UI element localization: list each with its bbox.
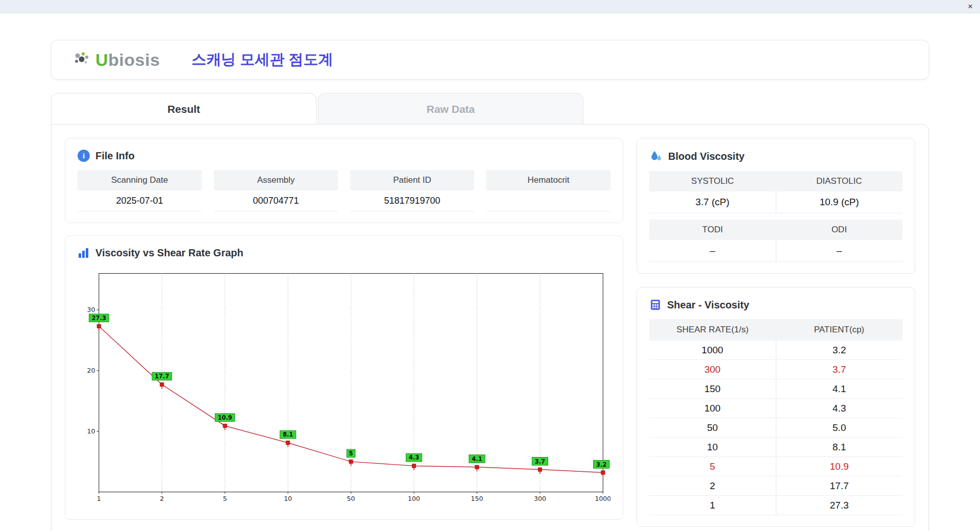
patient-value-cell: 27.3 bbox=[776, 496, 903, 515]
bv-label: TODI bbox=[649, 220, 776, 240]
shear-rate-column-header: SHEAR RATE(1/s) bbox=[649, 319, 776, 341]
shear-table-row: 5 10.9 bbox=[649, 457, 902, 476]
svg-text:2: 2 bbox=[160, 495, 164, 502]
patient-column-header: PATIENT(cp) bbox=[776, 319, 902, 341]
section-title: Viscosity vs Shear Rate Graph bbox=[95, 247, 243, 259]
bv-value-row: –– bbox=[649, 240, 902, 262]
info-icon: i bbox=[78, 150, 90, 162]
shear-viscosity-header: Shear - Viscosity bbox=[649, 299, 902, 311]
shear-table-row: 300 3.7 bbox=[649, 360, 902, 379]
svg-text:10: 10 bbox=[87, 427, 95, 435]
file-info-field: Hematocrit bbox=[486, 170, 610, 211]
svg-text:3.7: 3.7 bbox=[535, 458, 545, 465]
shear-rate-cell: 5 bbox=[649, 457, 776, 476]
section-title: Blood Viscosity bbox=[668, 151, 745, 162]
blood-viscosity-header: Blood Viscosity bbox=[649, 150, 902, 163]
svg-text:3.2: 3.2 bbox=[596, 461, 606, 468]
bar-chart-icon bbox=[78, 248, 90, 259]
svg-text:17.7: 17.7 bbox=[155, 373, 169, 380]
patient-value-cell: 17.7 bbox=[776, 476, 903, 495]
bv-label: ODI bbox=[776, 220, 902, 240]
shear-table-row: 100 4.3 bbox=[649, 399, 902, 418]
svg-text:100: 100 bbox=[408, 495, 420, 502]
bv-label: DIASTOLIC bbox=[776, 171, 902, 191]
svg-text:20: 20 bbox=[87, 367, 95, 374]
close-icon[interactable]: × bbox=[968, 2, 973, 11]
page-root: Ubiosis 스캐닝 모세관 점도계 Result Raw Data i Fi… bbox=[51, 40, 929, 531]
shear-table-row: 1000 3.2 bbox=[649, 341, 902, 360]
shear-rate-cell: 2 bbox=[649, 476, 776, 495]
svg-text:30: 30 bbox=[87, 306, 95, 313]
svg-text:300: 300 bbox=[534, 495, 546, 502]
patient-value-cell: 10.9 bbox=[776, 457, 903, 476]
shear-table-row: 150 4.1 bbox=[649, 379, 902, 399]
left-column: i File Info Scanning Date 2025-07-01 Ass… bbox=[65, 138, 623, 527]
field-label: Hematocrit bbox=[486, 170, 610, 190]
svg-text:27.3: 27.3 bbox=[92, 315, 106, 322]
shear-viscosity-card: Shear - Viscosity SHEAR RATE(1/s) PATIEN… bbox=[636, 287, 915, 527]
bv-value: – bbox=[649, 240, 776, 262]
file-info-fields: Scanning Date 2025-07-01 Assembly 000704… bbox=[78, 170, 610, 211]
shear-rate-cell: 150 bbox=[649, 379, 776, 398]
blood-viscosity-table: SYSTOLICDIASTOLIC3.7 (cP)10.9 (cP)TODIOD… bbox=[649, 171, 902, 262]
svg-text:1: 1 bbox=[97, 495, 101, 502]
field-label: Scanning Date bbox=[78, 170, 202, 190]
bv-value: 10.9 (cP) bbox=[776, 191, 903, 213]
field-value: 51817919700 bbox=[350, 190, 474, 211]
svg-text:8.1: 8.1 bbox=[283, 431, 293, 438]
field-value bbox=[486, 190, 610, 211]
shear-table-row: 2 17.7 bbox=[649, 476, 902, 496]
tab-raw-data[interactable]: Raw Data bbox=[318, 93, 583, 125]
svg-text:1000: 1000 bbox=[595, 495, 610, 502]
patient-value-cell: 3.2 bbox=[776, 341, 903, 359]
page-title: 스캐닝 모세관 점도계 bbox=[191, 50, 333, 70]
window-titlebar: × bbox=[0, 0, 980, 13]
file-info-header: i File Info bbox=[78, 150, 610, 162]
viscosity-chart: 1251050100150300100010203027.317.710.98.… bbox=[78, 267, 610, 508]
svg-text:4.1: 4.1 bbox=[472, 455, 482, 463]
shear-table-row: 50 5.0 bbox=[649, 418, 902, 438]
bv-label: SYSTOLIC bbox=[649, 171, 776, 191]
chart-area: 1251050100150300100010203027.317.710.98.… bbox=[78, 267, 610, 508]
file-info-field: Assembly 000704771 bbox=[214, 170, 338, 211]
section-title: File Info bbox=[95, 150, 135, 162]
patient-value-cell: 8.1 bbox=[776, 438, 903, 456]
field-label: Assembly bbox=[214, 170, 338, 190]
section-title: Shear - Viscosity bbox=[667, 299, 749, 311]
file-info-field: Scanning Date 2025-07-01 bbox=[78, 170, 202, 211]
right-column: Blood Viscosity SYSTOLICDIASTOLIC3.7 (cP… bbox=[636, 138, 915, 527]
shear-table-header: SHEAR RATE(1/s) PATIENT(cp) bbox=[649, 319, 902, 341]
bv-header-row: SYSTOLICDIASTOLIC bbox=[649, 171, 902, 191]
field-value: 2025-07-01 bbox=[78, 190, 202, 211]
logo-text: Ubiosis bbox=[95, 50, 160, 70]
patient-value-cell: 3.7 bbox=[776, 360, 903, 379]
bv-value-row: 3.7 (cP)10.9 (cP) bbox=[649, 191, 902, 213]
graph-header: Viscosity vs Shear Rate Graph bbox=[78, 247, 610, 259]
svg-text:10: 10 bbox=[284, 495, 292, 502]
file-info-field: Patient ID 51817919700 bbox=[350, 170, 474, 211]
tab-bar: Result Raw Data bbox=[51, 93, 929, 125]
result-panel: i File Info Scanning Date 2025-07-01 Ass… bbox=[51, 124, 929, 531]
svg-text:150: 150 bbox=[471, 495, 483, 502]
shear-rate-cell: 10 bbox=[649, 438, 776, 456]
calculator-grid-icon bbox=[649, 299, 662, 311]
blood-viscosity-card: Blood Viscosity SYSTOLICDIASTOLIC3.7 (cP… bbox=[636, 138, 915, 274]
shear-rate-cell: 1 bbox=[649, 496, 776, 515]
patient-value-cell: 4.3 bbox=[776, 399, 903, 418]
shear-table-row: 1 27.3 bbox=[649, 496, 902, 515]
field-value: 000704771 bbox=[214, 190, 338, 211]
tab-result[interactable]: Result bbox=[51, 93, 316, 125]
graph-card: Viscosity vs Shear Rate Graph 1251050100… bbox=[65, 235, 623, 520]
header-card: Ubiosis 스캐닝 모세관 점도계 bbox=[51, 40, 929, 80]
svg-text:5: 5 bbox=[223, 495, 227, 502]
bv-value: – bbox=[776, 240, 903, 262]
svg-text:5: 5 bbox=[349, 450, 353, 457]
shear-table-row: 10 8.1 bbox=[649, 438, 902, 457]
patient-value-cell: 5.0 bbox=[776, 418, 903, 437]
bv-header-row: TODIODI bbox=[649, 220, 902, 240]
svg-text:4.3: 4.3 bbox=[409, 454, 419, 461]
shear-rate-cell: 100 bbox=[649, 399, 776, 418]
field-label: Patient ID bbox=[350, 170, 474, 190]
ubiosis-logo: Ubiosis bbox=[73, 50, 160, 70]
shear-rate-cell: 1000 bbox=[649, 341, 776, 359]
